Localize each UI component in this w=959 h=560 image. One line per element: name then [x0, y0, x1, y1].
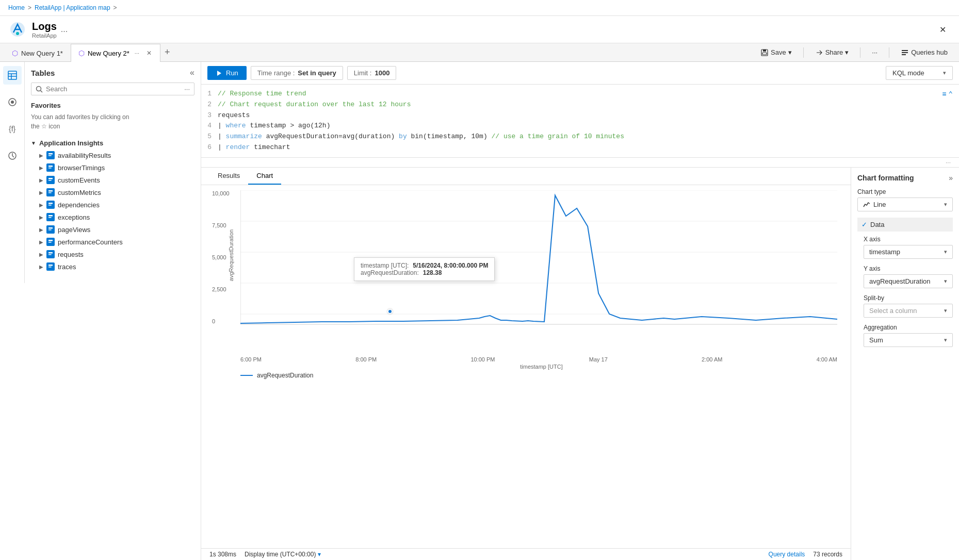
- table-icon: [46, 238, 55, 246]
- tables-section: ▼ Application Insights ▶ availabilityRes…: [31, 137, 194, 273]
- aggregation-chevron-icon: ▾: [944, 337, 947, 343]
- code-line-4: 4 | where timestamp > ago(12h): [201, 121, 959, 131]
- add-tab-button[interactable]: +: [160, 45, 174, 60]
- section-title: Application Insights: [39, 139, 103, 147]
- share-button[interactable]: Share ▾: [810, 46, 854, 59]
- table-icon: [46, 176, 55, 184]
- favorites-title: Favorites: [31, 102, 194, 109]
- expand-arrow-icon: ▶: [39, 215, 43, 220]
- cf-data-section-header[interactable]: ✓ Data: [857, 218, 953, 232]
- time-range-button[interactable]: Time range : Set in query: [251, 66, 343, 80]
- list-item[interactable]: ▶ customMetrics: [31, 186, 194, 199]
- tab-new-query-2[interactable]: ⬡ New Query 2* ··· ✕: [71, 44, 160, 62]
- cf-x-axis-select[interactable]: timestamp ▾: [864, 245, 953, 259]
- sidebar-icon-function[interactable]: {f}: [3, 120, 22, 138]
- cf-split-by-placeholder: Select a column: [869, 307, 917, 315]
- resize-handle[interactable]: ···: [946, 159, 951, 166]
- tab1-icon: ⬡: [12, 49, 18, 57]
- collapse-editor-icon[interactable]: ⌃: [949, 89, 953, 100]
- list-item[interactable]: ▶ customEvents: [31, 174, 194, 186]
- close-button[interactable]: ✕: [934, 21, 951, 38]
- list-item[interactable]: ▶ dependencies: [31, 199, 194, 211]
- tooltip-value2: 128.38: [423, 269, 442, 276]
- tab-new-query-1[interactable]: ⬡ New Query 1*: [4, 44, 71, 61]
- cf-title: Chart formatting: [857, 174, 914, 182]
- sidebar-icon-history[interactable]: [3, 146, 22, 165]
- list-item[interactable]: ▶ performanceCounters: [31, 236, 194, 248]
- tooltip-label2: avgRequestDuration:: [361, 269, 419, 276]
- search-more-button[interactable]: ···: [184, 85, 190, 93]
- results-tab[interactable]: Results: [209, 168, 248, 185]
- kql-mode-chevron-icon: ▾: [943, 70, 946, 76]
- chart-legend: avgRequestDuration: [209, 370, 842, 381]
- display-time-dropdown[interactable]: ▾: [318, 551, 321, 558]
- favorites-section: Favorites You can add favorites by click…: [31, 102, 194, 131]
- kql-mode-button[interactable]: KQL mode ▾: [886, 66, 953, 80]
- table-name: customMetrics: [58, 189, 101, 196]
- expand-arrow-icon: ▶: [39, 202, 43, 208]
- tab2-more[interactable]: ···: [133, 50, 141, 56]
- cf-split-by-select[interactable]: Select a column ▾: [864, 304, 953, 318]
- search-box: ···: [31, 83, 194, 95]
- more-options-button[interactable]: ···: [867, 46, 883, 58]
- x-axis-labels: 6:00 PM 8:00 PM 10:00 PM May 17 2:00 AM …: [240, 355, 837, 363]
- cf-split-by-label: Split-by: [864, 294, 953, 302]
- breadcrumb-app[interactable]: RetailApp | Application map: [35, 4, 110, 11]
- tab2-close[interactable]: ✕: [145, 48, 153, 58]
- chart-tab-label: Chart: [256, 172, 273, 179]
- run-button[interactable]: Run: [207, 66, 247, 80]
- expand-arrow-icon: ▶: [39, 190, 43, 195]
- queries-hub-label: Queries hub: [911, 48, 948, 56]
- app-more-button[interactable]: ...: [61, 25, 68, 34]
- x-label-1: 6:00 PM: [240, 356, 262, 363]
- sidebar-icon-filter[interactable]: [3, 93, 22, 111]
- tabs-actions: Save ▾ Share ▾ ··· Queries hub: [753, 44, 955, 61]
- limit-label: Limit :: [354, 69, 372, 77]
- cf-chart-type-select[interactable]: Line ▾: [857, 197, 953, 211]
- list-item[interactable]: ▶ browserTimings: [31, 161, 194, 174]
- queries-hub-icon: [901, 48, 909, 57]
- limit-button[interactable]: Limit : 1000: [347, 66, 397, 80]
- list-item[interactable]: ▶ requests: [31, 248, 194, 260]
- svg-rect-9: [8, 71, 17, 79]
- line-chart-icon: [863, 201, 870, 208]
- sidebar-icon-tables[interactable]: [3, 66, 22, 85]
- app-header: Logs RetailApp ... ✕: [0, 16, 959, 43]
- list-item[interactable]: ▶ availabilityResults: [31, 149, 194, 161]
- chart-tab[interactable]: Chart: [248, 168, 281, 185]
- expand-arrow-icon: ▶: [39, 252, 43, 257]
- save-button[interactable]: Save ▾: [755, 46, 797, 59]
- queries-hub-button[interactable]: Queries hub: [896, 46, 953, 59]
- table-name: performanceCounters: [58, 238, 123, 246]
- records-count: 73 records: [813, 551, 842, 558]
- cf-check-icon: ✓: [862, 221, 867, 228]
- table-name: dependencies: [58, 201, 100, 209]
- results-tab-label: Results: [218, 172, 240, 179]
- sidebar-icon-column: {f}: [0, 62, 25, 283]
- cf-y-axis-select[interactable]: avgRequestDuration ▾: [864, 274, 953, 288]
- list-item[interactable]: ▶ pageViews: [31, 223, 194, 236]
- list-item[interactable]: ▶ traces: [31, 260, 194, 273]
- search-input[interactable]: [46, 85, 181, 93]
- list-item[interactable]: ▶ exceptions: [31, 211, 194, 223]
- main-layout: {f} Tables « ··· Favorites: [0, 62, 959, 560]
- cf-collapse-button[interactable]: »: [949, 174, 953, 182]
- svg-rect-6: [902, 50, 908, 51]
- split-by-chevron-icon: ▾: [944, 307, 947, 314]
- align-text-icon[interactable]: ≡: [942, 89, 946, 100]
- results-content: Results Chart: [201, 168, 851, 560]
- time-range-label: Time range :: [257, 69, 295, 77]
- cf-aggregation-select[interactable]: Sum ▾: [864, 333, 953, 347]
- cf-y-axis-label: Y axis: [864, 265, 953, 272]
- query-details-link[interactable]: Query details: [769, 551, 805, 558]
- table-icon: [46, 151, 55, 159]
- cf-x-axis-value: timestamp: [869, 248, 900, 256]
- table-icon: [46, 262, 55, 271]
- section-header-application-insights[interactable]: ▼ Application Insights: [31, 137, 194, 149]
- query-area: Run Time range : Set in query Limit : 10…: [201, 62, 959, 560]
- results-tabs: Results Chart: [201, 168, 851, 185]
- breadcrumb-home[interactable]: Home: [8, 4, 25, 11]
- x-label-5: 2:00 AM: [702, 356, 722, 363]
- sidebar-collapse-icon[interactable]: «: [190, 68, 194, 77]
- app-logo-icon: [8, 20, 27, 39]
